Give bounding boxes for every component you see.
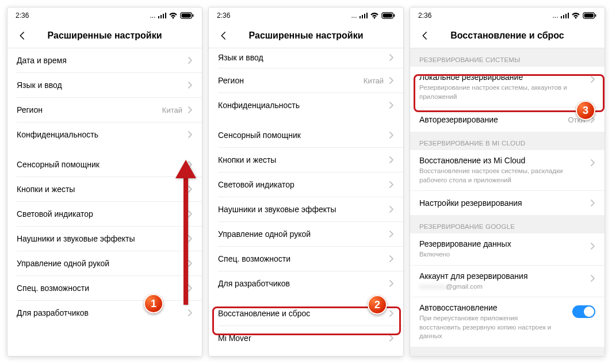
more-status-icon: ... bbox=[351, 12, 357, 20]
wifi-icon bbox=[370, 12, 379, 19]
svg-rect-8 bbox=[595, 14, 596, 17]
battery-icon bbox=[583, 12, 596, 19]
chevron-right-icon bbox=[389, 132, 394, 139]
row-label: Сенсорный помощник bbox=[218, 131, 389, 140]
row-language[interactable]: Язык и ввод bbox=[7, 73, 202, 97]
row-privacy[interactable]: Конфиденциальность bbox=[7, 122, 202, 147]
row-privacy[interactable]: Конфиденциальность bbox=[209, 93, 403, 117]
status-bar: 2:36 ... bbox=[209, 7, 403, 24]
row-sublabel: При переустановке приложения восстановит… bbox=[419, 314, 572, 341]
svg-rect-2 bbox=[192, 14, 193, 17]
chevron-right-icon bbox=[389, 102, 394, 109]
row-label: Резервирование данных bbox=[419, 239, 591, 248]
row-local-backup[interactable]: Локальное резервирование Резервирование … bbox=[410, 67, 605, 107]
row-led[interactable]: Световой индикатор bbox=[7, 202, 202, 226]
chevron-right-icon bbox=[188, 210, 193, 217]
row-backup-settings[interactable]: Настройки резервирования bbox=[410, 191, 605, 215]
signal-icon bbox=[158, 13, 167, 18]
row-region[interactable]: РегионКитай bbox=[209, 68, 403, 93]
chevron-right-icon bbox=[591, 116, 595, 123]
phone-screen-1: 2:36 ... Расширенные настройки Дата и вр… bbox=[7, 7, 202, 357]
row-onehand[interactable]: Управление одной рукой bbox=[7, 251, 202, 275]
row-label: Дата и время bbox=[17, 56, 188, 65]
row-auto-restore[interactable]: Автовосстановление При переустановке при… bbox=[410, 297, 605, 347]
row-sublabel: Восстановление настроек системы, расклад… bbox=[419, 167, 591, 185]
screen-title: Расширенные настройки bbox=[249, 30, 364, 41]
row-label: Восстановление из Mi Cloud bbox=[419, 156, 591, 165]
row-restore-micloud[interactable]: Восстановление из Mi Cloud Восстановлени… bbox=[410, 150, 605, 190]
auto-restore-toggle[interactable] bbox=[572, 305, 595, 318]
screen-title: Расширенные настройки bbox=[48, 30, 162, 41]
wifi-icon bbox=[571, 12, 580, 19]
chevron-right-icon bbox=[389, 335, 394, 342]
chevron-right-icon bbox=[389, 255, 394, 262]
screen-header: Расширенные настройки bbox=[7, 24, 202, 48]
more-status-icon: ... bbox=[552, 12, 558, 20]
row-label: Автовосстановление bbox=[419, 303, 572, 312]
row-label: Наушники и звуковые эффекты bbox=[17, 234, 188, 243]
chevron-right-icon bbox=[389, 181, 394, 188]
signal-icon bbox=[359, 13, 368, 18]
back-button[interactable] bbox=[11, 24, 34, 48]
row-accessibility[interactable]: Спец. возможности bbox=[209, 247, 403, 271]
section-micloud-backup: РЕЗЕРВИРОВАНИЕ В MI CLOUD bbox=[410, 132, 605, 150]
row-value: Откл bbox=[568, 116, 586, 124]
back-icon bbox=[17, 30, 28, 41]
status-icons: ... bbox=[150, 12, 194, 20]
row-auto-backup[interactable]: АвторезервированиеОткл bbox=[410, 108, 605, 132]
chevron-right-icon bbox=[389, 310, 394, 317]
more-status-icon: ... bbox=[150, 12, 155, 20]
chevron-right-icon bbox=[591, 159, 595, 166]
back-button[interactable] bbox=[414, 24, 437, 48]
row-label: Для разработчиков bbox=[17, 308, 188, 317]
row-label: Mi Mover bbox=[218, 334, 389, 343]
screen-header: Расширенные настройки bbox=[209, 24, 403, 48]
row-sublabel: xxxxxxxx@gmail.com bbox=[419, 282, 591, 292]
row-label: Кнопки и жесты bbox=[17, 185, 188, 194]
settings-list: Дата и время Язык и ввод РегионКитай Кон… bbox=[7, 48, 202, 356]
row-led[interactable]: Световой индикатор bbox=[209, 173, 403, 197]
row-value: Китай bbox=[162, 106, 182, 114]
chevron-right-icon bbox=[188, 186, 193, 193]
row-backup-account[interactable]: Аккаунт для резервирования xxxxxxxx@gmai… bbox=[410, 266, 605, 297]
row-label: Сенсорный помощник bbox=[17, 160, 188, 169]
status-icons: ... bbox=[552, 12, 596, 20]
row-label: Управление одной рукой bbox=[218, 229, 389, 239]
row-developer[interactable]: Для разработчиков bbox=[7, 301, 202, 325]
row-value: Китай bbox=[364, 76, 384, 85]
row-touch-assistant[interactable]: Сенсорный помощник bbox=[7, 152, 202, 177]
row-headphones[interactable]: Наушники и звуковые эффекты bbox=[7, 227, 202, 251]
row-accessibility[interactable]: Спец. возможности bbox=[7, 276, 202, 300]
back-button[interactable] bbox=[212, 24, 235, 48]
row-label: Восстановление и сброс bbox=[218, 309, 389, 318]
row-label: Световой индикатор bbox=[218, 180, 389, 189]
row-language[interactable]: Язык и ввод bbox=[209, 48, 403, 68]
row-buttons-gestures[interactable]: Кнопки и жесты bbox=[209, 148, 403, 172]
row-datetime[interactable]: Дата и время bbox=[7, 48, 202, 72]
row-data-backup[interactable]: Резервирование данных Включено bbox=[410, 233, 605, 265]
signal-icon bbox=[561, 13, 569, 18]
row-headphones[interactable]: Наушники и звуковые эффекты bbox=[209, 197, 403, 221]
chevron-right-icon bbox=[188, 106, 193, 113]
row-label: Язык и ввод bbox=[17, 81, 188, 90]
svg-rect-7 bbox=[584, 14, 594, 18]
row-backup-reset[interactable]: Восстановление и сброс bbox=[209, 301, 403, 325]
row-buttons-gestures[interactable]: Кнопки и жесты bbox=[7, 177, 202, 201]
row-region[interactable]: РегионКитай bbox=[7, 98, 202, 122]
battery-icon bbox=[381, 12, 395, 19]
chevron-right-icon bbox=[188, 260, 193, 267]
row-touch-assistant[interactable]: Сенсорный помощник bbox=[209, 123, 403, 147]
row-developer[interactable]: Для разработчиков bbox=[209, 271, 403, 296]
status-time: 2:36 bbox=[418, 12, 431, 20]
row-label: Управление одной рукой bbox=[17, 259, 188, 268]
row-mi-mover[interactable]: Mi Mover bbox=[209, 326, 403, 350]
phone-screen-3: 2:36 ... Восстановление и сброс РЕЗЕРВИР… bbox=[410, 7, 605, 357]
battery-icon bbox=[180, 12, 194, 19]
row-onehand[interactable]: Управление одной рукой bbox=[209, 222, 403, 246]
row-label: Язык и ввод bbox=[218, 53, 389, 62]
section-system-backup: РЕЗЕРВИРОВАНИЕ СИСТЕМЫ bbox=[410, 48, 605, 67]
chevron-right-icon bbox=[389, 54, 394, 61]
chevron-right-icon bbox=[188, 285, 193, 292]
chevron-right-icon bbox=[591, 76, 595, 83]
chevron-right-icon bbox=[591, 243, 595, 250]
